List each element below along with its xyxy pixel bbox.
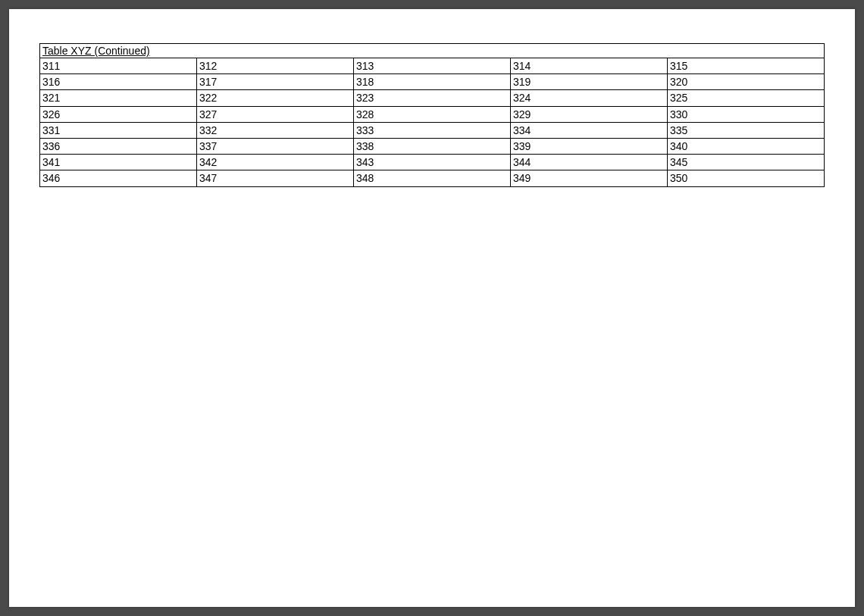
table-cell: 344 bbox=[511, 155, 668, 170]
table-cell: 334 bbox=[511, 122, 668, 138]
document-page: Table XYZ (Continued) 311 312 313 314 31… bbox=[9, 9, 855, 607]
data-table: Table XYZ (Continued) 311 312 313 314 31… bbox=[39, 43, 825, 187]
table-cell: 345 bbox=[668, 155, 825, 170]
table-cell: 330 bbox=[668, 106, 825, 122]
table-row: 321 322 323 324 325 bbox=[40, 90, 825, 106]
table-row: 336 337 338 339 340 bbox=[40, 138, 825, 154]
table-cell: 319 bbox=[511, 74, 668, 90]
table-cell: 341 bbox=[40, 155, 197, 170]
table-title: Table XYZ (Continued) bbox=[40, 44, 825, 58]
table-cell: 336 bbox=[40, 138, 197, 154]
table-cell: 335 bbox=[668, 122, 825, 138]
table-cell: 338 bbox=[354, 138, 511, 154]
table-cell: 317 bbox=[197, 74, 354, 90]
table-cell: 347 bbox=[197, 170, 354, 186]
table-title-row: Table XYZ (Continued) bbox=[40, 44, 825, 58]
table-cell: 324 bbox=[511, 90, 668, 106]
table-cell: 339 bbox=[511, 138, 668, 154]
table-row: 341 342 343 344 345 bbox=[40, 155, 825, 170]
table-cell: 315 bbox=[668, 58, 825, 74]
table-cell: 337 bbox=[197, 138, 354, 154]
table-cell: 346 bbox=[40, 170, 197, 186]
table-cell: 329 bbox=[511, 106, 668, 122]
table-cell: 343 bbox=[354, 155, 511, 170]
table-cell: 328 bbox=[354, 106, 511, 122]
table-row: 331 332 333 334 335 bbox=[40, 122, 825, 138]
table-cell: 350 bbox=[668, 170, 825, 186]
table-cell: 349 bbox=[511, 170, 668, 186]
table-cell: 326 bbox=[40, 106, 197, 122]
table-cell: 348 bbox=[354, 170, 511, 186]
table-cell: 340 bbox=[668, 138, 825, 154]
table-row: 311 312 313 314 315 bbox=[40, 58, 825, 74]
table-cell: 325 bbox=[668, 90, 825, 106]
table-cell: 313 bbox=[354, 58, 511, 74]
table-cell: 323 bbox=[354, 90, 511, 106]
table-cell: 314 bbox=[511, 58, 668, 74]
table-row: 346 347 348 349 350 bbox=[40, 170, 825, 186]
table-cell: 331 bbox=[40, 122, 197, 138]
table-cell: 312 bbox=[197, 58, 354, 74]
table-cell: 321 bbox=[40, 90, 197, 106]
table-cell: 342 bbox=[197, 155, 354, 170]
table-cell: 332 bbox=[197, 122, 354, 138]
table-row: 316 317 318 319 320 bbox=[40, 74, 825, 90]
table-cell: 320 bbox=[668, 74, 825, 90]
table-cell: 333 bbox=[354, 122, 511, 138]
table-cell: 327 bbox=[197, 106, 354, 122]
table-cell: 318 bbox=[354, 74, 511, 90]
table-cell: 322 bbox=[197, 90, 354, 106]
table-row: 326 327 328 329 330 bbox=[40, 106, 825, 122]
table-cell: 311 bbox=[40, 58, 197, 74]
table-cell: 316 bbox=[40, 74, 197, 90]
